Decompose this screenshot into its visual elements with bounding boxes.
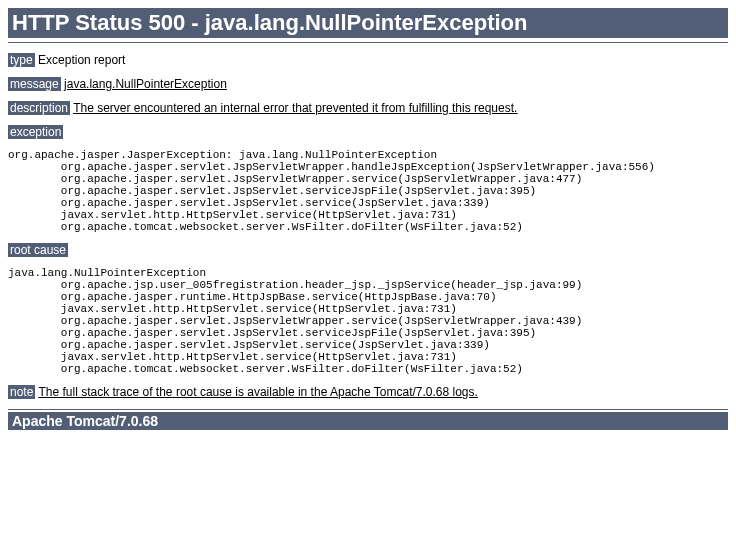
server-footer: Apache Tomcat/7.0.68 xyxy=(8,412,728,430)
description-value: The server encountered an internal error… xyxy=(73,101,517,115)
exception-heading: exception xyxy=(8,125,728,139)
page-title: HTTP Status 500 - java.lang.NullPointerE… xyxy=(8,8,728,38)
divider xyxy=(8,409,728,410)
rootcause-trace: java.lang.NullPointerException org.apach… xyxy=(8,267,728,375)
message-label: message xyxy=(8,77,61,91)
type-value: Exception report xyxy=(38,53,125,67)
type-line: type Exception report xyxy=(8,53,728,67)
exception-label: exception xyxy=(8,125,63,139)
exception-trace: org.apache.jasper.JasperException: java.… xyxy=(8,149,728,233)
description-line: description The server encountered an in… xyxy=(8,101,728,115)
divider xyxy=(8,42,728,43)
description-label: description xyxy=(8,101,70,115)
message-line: message java.lang.NullPointerException xyxy=(8,77,728,91)
note-line: note The full stack trace of the root ca… xyxy=(8,385,728,399)
message-value: java.lang.NullPointerException xyxy=(64,77,227,91)
rootcause-label: root cause xyxy=(8,243,68,257)
type-label: type xyxy=(8,53,35,67)
note-value: The full stack trace of the root cause i… xyxy=(38,385,477,399)
rootcause-heading: root cause xyxy=(8,243,728,257)
note-label: note xyxy=(8,385,35,399)
